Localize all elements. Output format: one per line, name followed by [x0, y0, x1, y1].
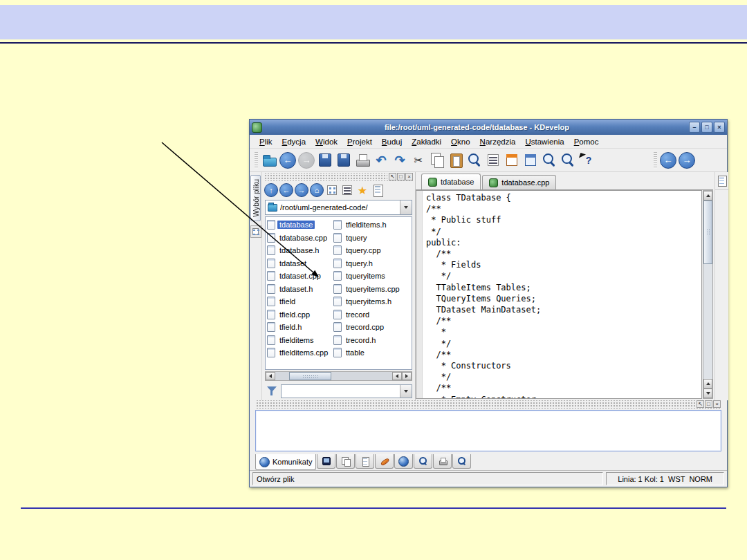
- snippets-tab[interactable]: [715, 172, 729, 190]
- file-item[interactable]: tqueryitems.cpp: [333, 283, 412, 296]
- filter-icon[interactable]: [265, 384, 279, 398]
- tab-fragmenty[interactable]: [394, 454, 413, 469]
- dock-close-button[interactable]: ×: [405, 173, 413, 180]
- file-item[interactable]: tqueryitems: [333, 270, 412, 283]
- scroll-up-button-2[interactable]: [703, 379, 712, 389]
- menu-item[interactable]: Edycja: [278, 136, 311, 147]
- toolbar-handle[interactable]: [255, 152, 258, 169]
- detailed-view-icon[interactable]: [340, 183, 354, 197]
- menu-item[interactable]: Ustawienia: [521, 136, 568, 147]
- menu-item[interactable]: Plik: [255, 136, 277, 147]
- titlebar[interactable]: file:/root/uml-generated-code/tdatabase …: [250, 120, 727, 135]
- file-item[interactable]: ttable: [333, 346, 412, 360]
- editor-code[interactable]: class TDatabase { /** * Public stuff */ …: [423, 191, 701, 398]
- back-icon[interactable]: ←: [279, 183, 293, 197]
- paste-icon[interactable]: [448, 152, 464, 169]
- file-item[interactable]: trecord.cpp: [333, 321, 412, 334]
- history-back-icon[interactable]: ←: [660, 152, 676, 169]
- file-item[interactable]: tfield.h: [267, 321, 333, 334]
- print-icon[interactable]: [354, 152, 371, 169]
- bottom-panel-header[interactable]: ↖ □ ×: [255, 400, 721, 409]
- menu-item[interactable]: Okno: [447, 136, 474, 147]
- file-item[interactable]: tdatabase.h: [267, 244, 333, 257]
- file-item[interactable]: tdataset: [267, 257, 333, 270]
- dock-float-button[interactable]: □: [705, 400, 712, 408]
- tab-dokumentacja[interactable]: [356, 454, 374, 469]
- filter-combo[interactable]: [281, 384, 412, 398]
- file-item[interactable]: tdatabase.cpp: [267, 232, 333, 245]
- dock-close-button[interactable]: ×: [713, 400, 721, 408]
- open-file-icon[interactable]: [261, 152, 277, 169]
- editor-tab[interactable]: tdatabase.cpp: [482, 175, 556, 189]
- dock-detach-button[interactable]: ↖: [697, 400, 704, 408]
- file-item[interactable]: trecord: [333, 308, 412, 321]
- short-view-icon[interactable]: [325, 183, 339, 197]
- forward-icon[interactable]: →: [298, 152, 315, 169]
- scroll-right-button[interactable]: [402, 372, 412, 380]
- save-all-icon[interactable]: [335, 152, 352, 169]
- file-item[interactable]: tquery.cpp: [333, 244, 412, 257]
- menu-item[interactable]: Buduj: [378, 136, 406, 147]
- save-icon[interactable]: [317, 152, 333, 169]
- file-item[interactable]: tqueryitems.h: [333, 295, 412, 308]
- tab-zamien[interactable]: [452, 454, 471, 469]
- cut-icon[interactable]: ✂: [410, 152, 427, 169]
- file-item[interactable]: tfielditems: [267, 334, 333, 347]
- whats-this-icon[interactable]: ?: [578, 152, 595, 169]
- bookmarks-icon[interactable]: ★: [356, 183, 369, 197]
- scroll-left-button[interactable]: [266, 372, 275, 380]
- tab-przeszukaj[interactable]: [414, 454, 432, 469]
- forward-icon[interactable]: →: [295, 183, 308, 197]
- scroll-left-button-2[interactable]: [392, 372, 402, 380]
- editor-tab[interactable]: tdatabase: [421, 174, 481, 189]
- filter-dropdown-button[interactable]: [400, 385, 412, 398]
- undo-icon[interactable]: ↶: [373, 152, 389, 169]
- toolview-tab[interactable]: [250, 225, 261, 238]
- hscroll-thumb[interactable]: [289, 372, 331, 380]
- file-selector-tab[interactable]: Wybór pliku: [250, 175, 261, 221]
- tab-drukuj[interactable]: [433, 454, 452, 469]
- tab-terminal[interactable]: [317, 454, 335, 469]
- file-item[interactable]: tquery.h: [333, 257, 412, 270]
- vscroll-track[interactable]: [703, 264, 712, 379]
- menu-item[interactable]: Narzędzia: [476, 136, 520, 147]
- fullscreen-icon[interactable]: [522, 152, 539, 169]
- messages-output-view[interactable]: [255, 410, 721, 451]
- home-icon[interactable]: ⌂: [310, 183, 324, 197]
- path-combo[interactable]: /root/uml-generated-code/: [265, 200, 412, 215]
- history-forward-icon[interactable]: →: [679, 152, 695, 169]
- zoom-out-icon[interactable]: [560, 152, 576, 169]
- file-list-hscrollbar[interactable]: [265, 371, 412, 381]
- minimize-button[interactable]: –: [689, 122, 700, 133]
- copy-icon[interactable]: [429, 152, 445, 169]
- file-item[interactable]: tdataset.cpp: [267, 270, 333, 283]
- class-browser-icon[interactable]: [485, 152, 501, 169]
- file-item[interactable]: trecord.h: [333, 334, 412, 347]
- new-window-icon[interactable]: [504, 152, 520, 169]
- file-panel-header[interactable]: ↖ □ ×: [264, 173, 414, 181]
- tab-komunikaty[interactable]: Komunikaty: [255, 454, 316, 470]
- dock-detach-button[interactable]: ↖: [389, 173, 396, 180]
- tab-aplikacja[interactable]: [375, 454, 394, 469]
- toolbar-handle-2[interactable]: [654, 152, 657, 169]
- up-icon[interactable]: ↑: [264, 183, 278, 197]
- new-file-icon[interactable]: [371, 183, 385, 197]
- menu-item[interactable]: Pomoc: [570, 136, 603, 147]
- close-button[interactable]: ×: [714, 122, 725, 133]
- file-item[interactable]: tfield.cpp: [267, 308, 333, 321]
- file-item[interactable]: tquery: [333, 232, 412, 245]
- menu-item[interactable]: Projekt: [343, 136, 376, 147]
- file-item[interactable]: tfield: [267, 295, 333, 308]
- editor-vscrollbar[interactable]: [703, 190, 713, 399]
- file-item[interactable]: tdatabase: [267, 218, 333, 232]
- tab-znajdz-w-plikach[interactable]: [336, 454, 355, 469]
- menu-item[interactable]: Zakładki: [407, 136, 445, 147]
- find-icon[interactable]: [466, 152, 483, 169]
- file-item[interactable]: tfielditems.cpp: [267, 346, 333, 360]
- file-item[interactable]: tfielditems.h: [333, 218, 412, 232]
- menu-item[interactable]: Widok: [311, 136, 342, 147]
- dock-float-button[interactable]: □: [397, 173, 405, 180]
- redo-icon[interactable]: ↷: [391, 152, 408, 169]
- zoom-in-icon[interactable]: [541, 152, 557, 169]
- vscroll-thumb[interactable]: [703, 200, 712, 264]
